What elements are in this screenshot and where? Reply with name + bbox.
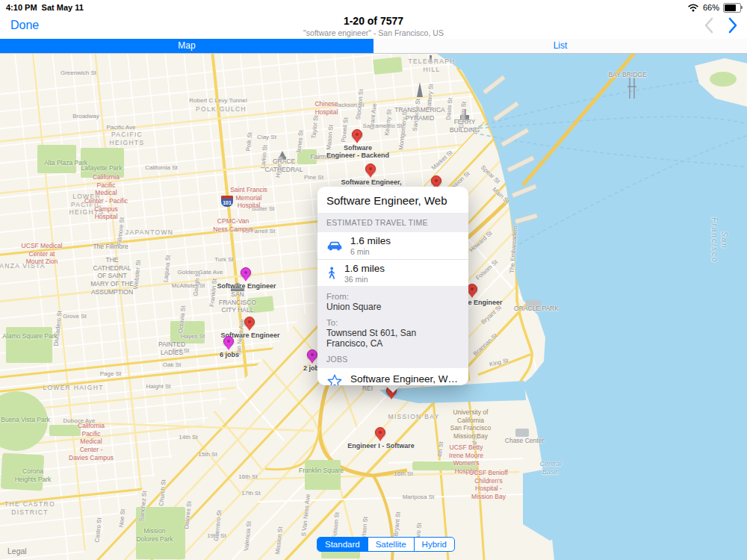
walk-distance: 1.6 miles bbox=[344, 263, 385, 274]
nav-bar: Done 1-20 of 7577 "software engineer" - … bbox=[0, 15, 747, 39]
jobs-header: JOBS bbox=[326, 355, 459, 364]
results-count: 1-20 of 7577 bbox=[0, 15, 747, 27]
legal-link[interactable]: Legal bbox=[7, 547, 27, 556]
pagination-controls bbox=[704, 16, 738, 34]
route-endpoints: From: Union Square To: Townsend St 601, … bbox=[317, 286, 468, 368]
tab-list[interactable]: List bbox=[374, 39, 747, 53]
favorite-star-icon[interactable] bbox=[326, 373, 343, 385]
to-label: To: bbox=[326, 318, 459, 327]
job-callout: Software Engineer, Web ESTIMATED TRAVEL … bbox=[317, 187, 468, 385]
job-title: Software Engineer, W… bbox=[350, 373, 458, 385]
drive-distance: 1.6 miles bbox=[350, 235, 391, 246]
car-icon bbox=[326, 240, 343, 252]
next-page-button[interactable] bbox=[728, 16, 738, 34]
job-result-row[interactable]: Software Engineer, W… Adobe bbox=[317, 368, 468, 385]
status-time: 4:10 PM bbox=[6, 3, 37, 12]
callout-title: Software Engineer, Web bbox=[317, 187, 468, 213]
battery-percent: 66% bbox=[703, 3, 719, 12]
search-query: "software engineer" - San Francisco, US bbox=[0, 28, 747, 37]
walk-icon bbox=[326, 267, 337, 280]
wifi-icon bbox=[687, 3, 699, 12]
app-window: 4:10 PMSat May 11 66% Done 1-20 of 7577 … bbox=[0, 0, 747, 560]
from-label: From: bbox=[326, 292, 459, 301]
drive-time-row: 1.6 miles 6 min bbox=[317, 232, 468, 259]
status-left: 4:10 PMSat May 11 bbox=[6, 3, 88, 12]
drive-time: 6 min bbox=[350, 247, 391, 256]
status-right: 66% bbox=[687, 3, 741, 13]
map-canvas[interactable]: TELEGRAPH HILLPOLK GULCHPACIFIC HEIGHTSL… bbox=[0, 54, 747, 560]
highway-101-shield: 101 bbox=[221, 196, 233, 207]
status-bar: 4:10 PMSat May 11 66% bbox=[0, 0, 747, 15]
travel-time-header: ESTIMATED TRAVEL TIME bbox=[317, 213, 468, 232]
view-toggle: Map List bbox=[0, 39, 747, 54]
to-value: Townsend St 601, San Francisco, CA bbox=[326, 328, 459, 349]
tab-map[interactable]: Map bbox=[0, 39, 374, 53]
callout-arrow bbox=[385, 385, 401, 393]
map-type-hybrid[interactable]: Hybrid bbox=[414, 538, 454, 551]
from-value: Union Square bbox=[326, 302, 459, 312]
map-type-satellite[interactable]: Satellite bbox=[368, 538, 414, 551]
map-type-standard[interactable]: Standard bbox=[317, 538, 368, 551]
walk-time-row: 1.6 miles 36 min bbox=[317, 259, 468, 286]
nav-center: 1-20 of 7577 "software engineer" - San F… bbox=[0, 15, 747, 37]
prev-page-button[interactable] bbox=[704, 16, 714, 34]
walk-time: 36 min bbox=[344, 275, 385, 284]
status-date: Sat May 11 bbox=[42, 3, 84, 12]
battery-icon bbox=[723, 3, 741, 13]
map-type-control: Standard Satellite Hybrid bbox=[317, 537, 455, 552]
